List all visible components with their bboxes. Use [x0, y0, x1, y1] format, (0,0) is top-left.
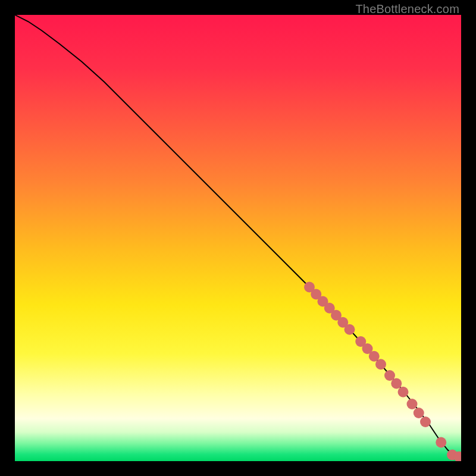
gradient-background — [15, 15, 461, 461]
plot-area — [15, 15, 461, 461]
data-marker — [407, 399, 418, 409]
chart-stage: TheBottleneck.com — [0, 0, 476, 476]
data-marker — [398, 387, 409, 397]
watermark-text: TheBottleneck.com — [355, 2, 459, 16]
data-marker — [420, 416, 431, 427]
data-marker — [391, 378, 402, 389]
data-marker — [436, 437, 446, 448]
chart-svg — [15, 15, 461, 461]
data-marker — [375, 359, 386, 369]
data-marker — [345, 324, 355, 335]
data-marker — [414, 408, 424, 418]
